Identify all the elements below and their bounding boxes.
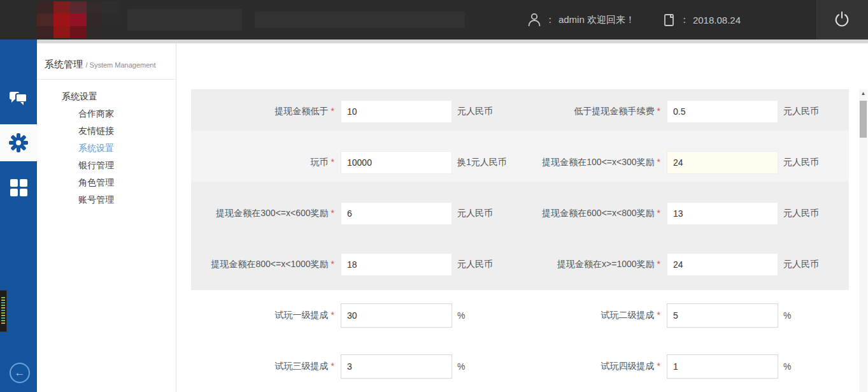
date-text: 2018.08.24 (693, 15, 741, 25)
reward-600-800-input[interactable] (667, 202, 778, 225)
required-marker: * (657, 259, 660, 269)
menu-item-bank-management[interactable]: 银行管理 (78, 157, 176, 174)
required-marker: * (331, 208, 334, 218)
menu-item-system-settings[interactable]: 系统设置 (78, 140, 176, 157)
field-label: 试玩二级提成* (517, 310, 667, 321)
menu-list: 合作商家 友情链接 系统设置 银行管理 角色管理 账号管理 (37, 105, 176, 208)
field-suffix: 元人民币 (457, 259, 493, 270)
field-label: 试玩三级提成* (191, 361, 341, 372)
topbar-status: ： admin 欢迎回来！ ： 2018.08.24 (499, 0, 741, 40)
chat-bubbles-icon (8, 88, 29, 108)
form-field: 试玩三级提成* % (191, 355, 517, 378)
field-suffix: 元人民币 (457, 208, 493, 219)
form-field: 提现金额在600<=x<800奖励* 元人民币 (517, 202, 849, 225)
required-marker: * (331, 361, 334, 371)
field-label: 提现金额低于* (191, 106, 341, 117)
form-field: 试玩一级提成* % (191, 304, 517, 327)
field-label: 低于提现金额手续费* (517, 106, 667, 117)
field-suffix: % (783, 361, 791, 372)
required-marker: * (331, 106, 334, 116)
field-suffix: 元人民币 (457, 106, 493, 117)
reward-ge-1000-input[interactable] (667, 253, 778, 276)
field-suffix: 元人民币 (783, 208, 819, 219)
withdraw-min-input[interactable] (341, 100, 452, 123)
user-status: ： admin 欢迎回来！ (527, 12, 635, 27)
date-status: ： 2018.08.24 (663, 12, 741, 27)
trial-level2-commission-input[interactable] (667, 303, 778, 328)
user-icon (527, 12, 541, 27)
collapse-sidebar-button[interactable]: ← (10, 363, 30, 383)
field-label: 提现金额在x>=1000奖励* (517, 259, 667, 270)
menu-item-role-management[interactable]: 角色管理 (78, 174, 176, 191)
form-field: 低于提现金额手续费* 元人民币 (517, 100, 849, 123)
rail-item-settings[interactable] (0, 124, 37, 161)
form-field: 提现金额在100<=x<300奖励* 元人民币 (517, 151, 849, 174)
taskbar-thumbnail (0, 290, 7, 332)
required-marker: * (657, 208, 660, 218)
field-label: 提现金额在100<=x<300奖励* (517, 157, 667, 168)
field-suffix: 元人民币 (783, 157, 819, 168)
blurred-text-block (255, 11, 465, 28)
required-marker: * (331, 259, 334, 269)
vertical-scrollbar: ▲ (859, 89, 867, 392)
field-suffix: 元人民币 (783, 259, 819, 270)
menu-item-account-management[interactable]: 账号管理 (78, 191, 176, 208)
sidebar-header: 系统管理 / System Management (37, 43, 176, 80)
required-marker: * (657, 361, 660, 371)
user-separator: ： (545, 14, 555, 26)
form-field: 提现金额低于* 元人民币 (191, 100, 517, 123)
sidebar-title-zh: 系统管理 (45, 59, 83, 69)
form-row: 玩币* 换1元人民币 提现金额在100<=x<300奖励* 元人民币 (191, 151, 849, 174)
reward-800-1000-input[interactable] (341, 253, 452, 276)
field-suffix: % (783, 310, 791, 321)
welcome-text: admin 欢迎回来！ (559, 14, 635, 26)
form-field: 试玩四级提成* % (517, 355, 849, 378)
form-row: 提现金额在800<=x<1000奖励* 元人民币 提现金额在x>=1000奖励*… (191, 253, 849, 276)
trial-level3-commission-input[interactable] (341, 354, 452, 379)
menu-item-friend-links[interactable]: 友情链接 (78, 122, 176, 140)
menu-item-partners[interactable]: 合作商家 (78, 105, 176, 122)
reward-300-600-input[interactable] (341, 202, 452, 225)
blurred-text-block (127, 9, 242, 31)
required-marker: * (657, 310, 660, 320)
form-field: 提现金额在800<=x<1000奖励* 元人民币 (191, 253, 517, 276)
coin-rate-input[interactable] (341, 151, 452, 174)
arrow-left-icon: ← (15, 367, 25, 379)
required-marker: * (657, 106, 660, 116)
field-label: 试玩四级提成* (517, 361, 667, 372)
site-logo (37, 1, 120, 38)
required-marker: * (657, 157, 660, 167)
icon-rail: ← (0, 40, 37, 392)
below-withdraw-fee-input[interactable] (667, 100, 778, 123)
field-suffix: % (457, 361, 465, 372)
field-suffix: % (457, 310, 465, 321)
form-field: 提现金额在300<=x<600奖励* 元人民币 (191, 202, 517, 225)
calendar-icon (663, 12, 676, 27)
logout-button[interactable] (815, 0, 868, 40)
power-icon (832, 10, 851, 30)
reward-100-300-input[interactable] (667, 151, 778, 174)
rail-item-apps[interactable] (0, 169, 37, 206)
form-row: 提现金额在300<=x<600奖励* 元人民币 提现金额在600<=x<800奖… (191, 202, 849, 225)
menu-parent-system-settings[interactable]: 系统设置 (62, 88, 176, 105)
trial-level4-commission-input[interactable] (667, 354, 778, 379)
trial-level1-commission-input[interactable] (341, 303, 452, 328)
scrollbar-thumb[interactable] (860, 101, 867, 138)
scrollbar-up-arrow[interactable]: ▲ (859, 89, 867, 98)
form-field: 试玩二级提成* % (517, 304, 849, 327)
date-separator: ： (679, 14, 689, 26)
rail-item-messages[interactable] (0, 80, 37, 117)
main-content: 提现金额低于* 元人民币 低于提现金额手续费* 元人民币 玩币* 换1元人民币 … (176, 43, 868, 392)
form-row: 试玩一级提成* % 试玩二级提成* % (191, 304, 849, 327)
field-label: 提现金额在800<=x<1000奖励* (191, 259, 341, 270)
sidebar-menu: 系统管理 / System Management 系统设置 合作商家 友情链接 … (37, 43, 176, 392)
field-label: 试玩一级提成* (191, 310, 341, 321)
form-field: 提现金额在x>=1000奖励* 元人民币 (517, 253, 849, 276)
form-field: 玩币* 换1元人民币 (191, 151, 517, 174)
sidebar-title-en: / System Management (85, 61, 155, 69)
required-marker: * (331, 310, 334, 320)
top-bar: ： admin 欢迎回来！ ： 2018.08.24 (0, 0, 868, 40)
admin-app: ： admin 欢迎回来！ ： 2018.08.24 (0, 0, 868, 392)
grid-icon (8, 177, 29, 198)
form-row: 试玩三级提成* % 试玩四级提成* % (191, 355, 849, 378)
